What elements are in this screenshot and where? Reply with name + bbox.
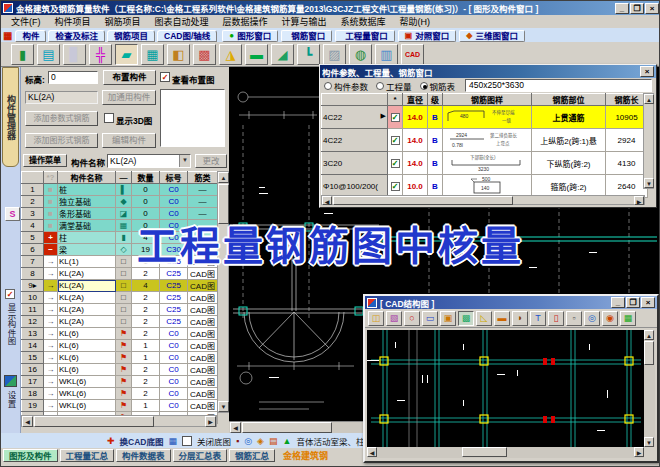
rebar-table-hscrollbar[interactable]: ◀ ▶ <box>321 195 645 205</box>
cad-close-button[interactable]: × <box>641 297 655 308</box>
show-component-checkbox[interactable]: ✓ <box>5 289 15 299</box>
radio-quantity[interactable]: 工程量 <box>376 80 412 92</box>
circle-icon[interactable]: ○ <box>404 311 420 326</box>
wheel-icon[interactable]: ◉ <box>602 311 618 326</box>
ring-icon[interactable]: ◍ <box>349 44 372 65</box>
桩[interactable]: 1 ■ 桩 ▌ 0 C0 — <box>22 184 218 196</box>
stair-icon[interactable]: ◢ <box>271 44 294 65</box>
view-layout-checkbox[interactable]: ✓ <box>160 72 170 82</box>
close-button[interactable]: × <box>645 3 659 14</box>
mail-icon[interactable]: ▭ <box>422 311 438 326</box>
hatch-plate-icon[interactable]: ▨ <box>323 44 346 65</box>
dot-icon[interactable]: ▫ <box>566 311 582 326</box>
stop-icon[interactable]: ▯ <box>548 311 564 326</box>
WKL(6)[interactable]: 18 → WKL(6) ⚑ 2 C0 CAD图 <box>22 388 218 400</box>
cad-restore-button[interactable]: ❐ <box>626 297 640 308</box>
chevron-down-icon[interactable]: ▼ <box>179 155 190 167</box>
magnifier-icon[interactable]: ◎ <box>244 435 252 447</box>
rebar-window-button[interactable]: 钢筋窗口 <box>281 30 332 42</box>
component-name-dropdown[interactable]: KL(2A) ▼ <box>107 154 191 168</box>
wall-icon[interactable]: ▦ <box>141 44 164 65</box>
KL(6)[interactable]: 14 → KL(6) ⚑ 1 C0 CAD图 <box>22 340 218 352</box>
square-icon[interactable]: ▪ <box>236 435 239 447</box>
truck-icon[interactable]: ◗ <box>512 311 528 326</box>
KL(6)[interactable]: 15 → KL(6) ⚑ 1 C0 CAD图 <box>22 352 218 364</box>
tab-cad-axis[interactable]: CAD图/轴线 <box>157 30 217 42</box>
section-size-field[interactable]: 450x250*3630 <box>465 79 652 92</box>
open-icon[interactable]: ◫ <box>368 311 384 326</box>
component-manager-tab[interactable]: 构件管理器 <box>2 67 19 167</box>
rebar-row[interactable]: 3C20 ✓ 14.0 B 下部筋(全长) 3230 下纵筋(跨:2) 4130 <box>322 152 648 175</box>
rebar-table-vscrollbar[interactable]: ▲ ▼ <box>643 93 654 189</box>
bottom-tab-component-data[interactable]: 构件数据表 <box>116 449 171 462</box>
pinwheel-icon[interactable]: ◈ <box>257 435 264 447</box>
radio-component-params[interactable]: 构件参数 <box>324 80 368 92</box>
minimize-button[interactable]: _ <box>615 3 629 14</box>
bottom-tab-graphics-components[interactable]: 图形及构件 <box>3 449 58 462</box>
add-param-rebar-button[interactable]: 添加参数式钢筋 <box>25 111 98 126</box>
menu-component[interactable]: 构件项目 <box>48 15 98 28</box>
menu-file[interactable]: 文件(F) <box>4 15 48 28</box>
beam-icon[interactable]: ┗ <box>297 44 320 65</box>
printer-icon[interactable]: ▤ <box>37 44 60 65</box>
menu-system-db[interactable]: 系统数据库 <box>334 15 393 28</box>
WKL(6)[interactable]: 17 → WKL(6) ⚑ 2 C0 CAD图 <box>22 376 218 388</box>
mini-chart-icon[interactable]: ▥ <box>375 44 398 65</box>
cad-icon[interactable]: CAD <box>401 44 424 65</box>
plate-icon[interactable]: ▬ <box>245 44 268 65</box>
zoom-icon[interactable]: ◎ <box>584 311 600 326</box>
edit-component-button[interactable]: 编辑构件 <box>102 133 156 148</box>
menu-help[interactable]: 帮助(H) <box>393 15 438 28</box>
image-icon[interactable]: ▣ <box>440 311 456 326</box>
ruler-icon[interactable]: ▬ <box>494 311 510 326</box>
KL(6)[interactable]: 16 → KL(6) ⚑ 2 C0 CAD图 <box>22 364 218 376</box>
show-3d-checkbox[interactable] <box>104 113 114 123</box>
export-icon[interactable]: ▧ <box>386 311 402 326</box>
palette-icon[interactable]: ▦ <box>620 311 636 326</box>
cad-minimize-button[interactable]: _ <box>611 297 625 308</box>
stack-icon[interactable]: ▤ <box>269 435 278 447</box>
operation-menu-button[interactable]: 操作菜单 <box>23 154 67 167</box>
KL(2A)[interactable]: 10 → KL(2A) □ 2 C25 CAD图 <box>22 292 218 304</box>
menu-calc-output[interactable]: 计算与输出 <box>275 15 334 28</box>
tab-rebar-items[interactable]: 钢筋项目 <box>107 30 155 42</box>
独立基础[interactable]: 2 ■ 独立基础 ◆ 0 C0 — <box>22 196 218 208</box>
door-window-icon[interactable]: ◧ <box>167 44 190 65</box>
book-icon[interactable]: ▮ <box>11 44 34 65</box>
menu-chart-auto[interactable]: 图表自动处理 <box>148 15 216 28</box>
graphics-window-button[interactable]: ● 图形窗口 <box>222 30 278 42</box>
KL(2A)[interactable]: 11 → KL(2A) □ 2 C25 CAD图 <box>22 304 218 316</box>
settings-icon[interactable] <box>4 375 17 387</box>
rebar-row[interactable]: 4C22▶ ✓ 14.0 B 480 不伸至尽端 一级 上贯通筋 10905 <box>322 106 648 129</box>
tab-component[interactable]: 构件 <box>15 30 46 42</box>
bottom-tab-quantity-summary[interactable]: 工程量汇总 <box>60 449 115 462</box>
KL(2A)[interactable]: 9▸ → KL(2A) □ 4 C25 CAD图 <box>22 280 218 292</box>
bottom-tab-rebar-summary[interactable]: 钢筋汇总 <box>229 449 275 462</box>
radio-rebar-table[interactable]: 钢筋表 <box>420 80 456 92</box>
layout-component-button[interactable]: 布置构件 <box>103 70 156 85</box>
cad-canvas-hscrollbar[interactable]: ◀ ▶ <box>367 447 644 458</box>
restore-button[interactable]: ❐ <box>630 3 644 14</box>
layers-icon[interactable]: ▩ <box>458 311 474 326</box>
component-table-vscrollbar[interactable]: ▲ ▼ <box>217 171 229 413</box>
KL(6)[interactable]: 13 → KL(6) ⚑ 2 C0 CAD图 <box>22 328 218 340</box>
swap-cad-label[interactable]: 换CAD底图 <box>120 435 164 447</box>
compare-window-button[interactable]: ▣ 对照窗口 <box>398 30 457 42</box>
measure-icon[interactable]: ◺ <box>476 311 492 326</box>
tab-check-annotate[interactable]: 检查及标注 <box>48 30 105 42</box>
swap-cad-icon[interactable]: ✚ <box>107 435 115 447</box>
cad-structure-canvas[interactable] <box>367 330 644 447</box>
menu-layer-data[interactable]: 层数据操作 <box>216 15 275 28</box>
text-icon[interactable]: T <box>530 311 546 326</box>
cad-canvas-vscrollbar[interactable]: ▲ ▼ <box>644 330 655 447</box>
rebar-window-close-button[interactable]: × <box>640 66 654 77</box>
change-button[interactable]: 更改 <box>195 154 227 168</box>
slab-icon[interactable]: ▰ <box>115 44 138 65</box>
axis-grid-icon[interactable]: ╬ <box>89 44 112 65</box>
close-base-checkbox[interactable] <box>182 436 192 446</box>
add-graphic-rebar-button[interactable]: 添加图形式钢筋 <box>25 133 98 148</box>
bottom-tab-layer-summary[interactable]: 分层汇总表 <box>173 449 228 462</box>
pattern-icon[interactable]: ▩ <box>193 44 216 65</box>
quantity-window-button[interactable]: 工程量窗口 <box>335 30 395 42</box>
rebar-row[interactable]: 4C22 ✓ 14.0 B 2924 0.78l 第二排负筋长 上弯点 上纵筋2… <box>322 129 648 152</box>
